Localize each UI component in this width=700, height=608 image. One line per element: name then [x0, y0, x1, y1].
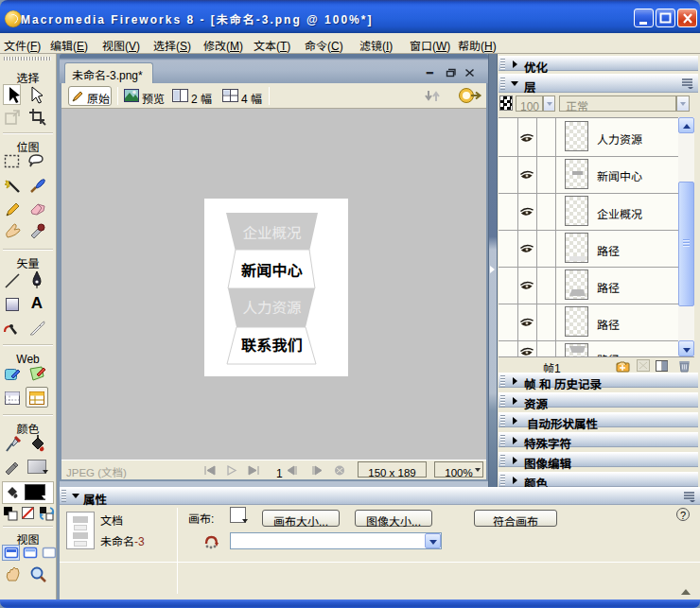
svg-text:新闻中心: 新闻中心 [241, 258, 303, 281]
svg-text:企业概况: 企业概况 [242, 221, 301, 242]
svg-text:联系我们: 联系我们 [241, 333, 303, 356]
svg-text:人力资源: 人力资源 [242, 296, 301, 317]
